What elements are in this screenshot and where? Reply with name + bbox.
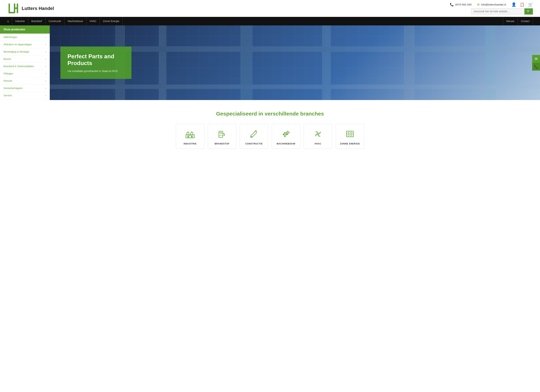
constructie-label: CONSTRUCTIE — [245, 142, 263, 145]
svg-rect-38 — [284, 132, 285, 133]
svg-rect-21 — [191, 133, 193, 135]
chevron-right-icon: › — [45, 58, 46, 60]
email-address: info@luttershandel.nl — [481, 3, 506, 6]
sidebar-item-service[interactable]: Service › — [0, 92, 50, 99]
svg-line-56 — [351, 131, 354, 133]
chevron-right-icon: › — [45, 65, 46, 68]
sidebar-label: Gereedschappen — [4, 87, 23, 90]
svg-rect-0 — [9, 4, 10, 13]
industry-icon — [185, 129, 195, 140]
sidebar-label: Bevestiging & Montage — [4, 50, 29, 53]
machinebouw-label: MACHINEBOUW — [277, 142, 295, 145]
solar-icon — [345, 129, 355, 140]
specialties-title: Gespecialiseerd in verschillende branche… — [7, 111, 533, 117]
svg-rect-25 — [192, 136, 193, 137]
nav-item-machinebouw[interactable]: Machinebouw — [65, 17, 86, 25]
sidebar-title: Onze producten — [0, 25, 50, 34]
specialty-card-industrie[interactable]: INDUSTRIE — [176, 124, 204, 149]
nav-item-brandstof[interactable]: Brandstof — [28, 17, 45, 25]
svg-point-43 — [287, 132, 288, 133]
svg-point-48 — [317, 133, 319, 135]
float-email-icon[interactable]: ✉ — [532, 55, 540, 63]
gears-icon — [281, 129, 291, 140]
phone-contact[interactable]: 📞 0575-562 545 — [450, 3, 472, 7]
chevron-right-icon: › — [45, 87, 46, 90]
sidebar-label: Service — [4, 94, 12, 97]
account-icon[interactable]: 👤 — [511, 2, 516, 7]
wrench-icon — [249, 129, 259, 140]
sidebar-item-brandstof[interactable]: Brandstof & Tankinstallaties › — [0, 63, 50, 70]
svg-line-54 — [346, 131, 349, 133]
specialty-card-zonne[interactable]: ZONNE ENERGIE — [336, 124, 364, 149]
specialty-card-constructie[interactable]: CONSTRUCTIE — [240, 124, 268, 149]
specialty-card-machinebouw[interactable]: MACHINEBOUW — [272, 124, 300, 149]
chevron-right-icon: › — [45, 43, 46, 46]
nav-item-zonne[interactable]: Zonne Energie — [100, 17, 123, 25]
specialty-card-brandstof[interactable]: BRANDSTOF — [208, 124, 236, 149]
float-phone-icon[interactable]: 📞 — [532, 63, 540, 70]
svg-rect-39 — [284, 136, 285, 137]
svg-point-32 — [224, 135, 225, 136]
search-input[interactable] — [471, 8, 524, 14]
nav-home-icon[interactable]: ⌂ — [7, 19, 9, 23]
nav-item-contact[interactable]: Contact — [518, 17, 533, 25]
chevron-right-icon: › — [45, 94, 46, 97]
svg-rect-1 — [9, 12, 14, 13]
nav-item-industrie[interactable]: Industrie — [12, 17, 28, 25]
header: Lutters Handel 📞 0575-562 545 ✉ info@lut… — [0, 0, 540, 17]
brandstof-label: BRANDSTOF — [215, 142, 230, 145]
sidebar-item-bevestiging[interactable]: Bevestiging & Montage › — [0, 48, 50, 55]
svg-rect-20 — [187, 133, 189, 135]
nav-item-nieuws[interactable]: Nieuws — [503, 17, 518, 25]
logo-text: Lutters Handel — [22, 6, 54, 11]
sidebar-label: Flenzen — [4, 80, 12, 82]
svg-rect-47 — [289, 132, 290, 133]
sidebar-item-flenzen[interactable]: Flenzen › — [0, 77, 50, 85]
contact-row: 📞 0575-562 545 ✉ info@luttershandel.nl 👤… — [450, 2, 533, 7]
svg-rect-23 — [189, 136, 191, 138]
nav-item-hvac[interactable]: HVAC — [86, 17, 100, 25]
svg-point-36 — [284, 133, 286, 136]
nav-items: Industrie Brandstof Constructie Machineb… — [12, 17, 503, 25]
sidebar-label: Fittingen — [4, 72, 13, 75]
main-section: Onze producten Afdichtingen › Afsluiters… — [0, 25, 540, 100]
svg-point-42 — [287, 131, 289, 134]
chevron-right-icon: › — [45, 50, 46, 53]
nav-right: Nieuws Contact — [503, 17, 533, 25]
logo-icon — [7, 2, 20, 15]
fuel-icon — [217, 129, 227, 140]
sidebar-item-afdichtingen[interactable]: Afdichtingen › — [0, 34, 50, 41]
clipboard-icon[interactable]: 📋 — [520, 2, 525, 7]
logo-area[interactable]: Lutters Handel — [7, 2, 54, 15]
phone-number: 0575-562 545 — [455, 3, 472, 6]
svg-rect-29 — [220, 132, 222, 134]
chevron-right-icon: › — [45, 72, 46, 75]
sidebar-item-fittingen[interactable]: Fittingen › — [0, 70, 50, 77]
svg-line-60 — [346, 135, 349, 137]
hero-title: Perfect Parts and Products — [68, 53, 124, 67]
specialties-section: Gespecialiseerd in verschillende branche… — [0, 100, 540, 156]
svg-rect-24 — [187, 136, 188, 137]
hero-area: Perfect Parts and Products Uw installati… — [50, 25, 540, 100]
hero-content-box: Perfect Parts and Products Uw installati… — [60, 46, 131, 79]
email-icon: ✉ — [477, 3, 480, 7]
sidebar-item-gereedschappen[interactable]: Gereedschappen › — [0, 85, 50, 92]
cart-icon[interactable]: 🛒 — [528, 2, 533, 7]
svg-rect-46 — [286, 132, 287, 133]
svg-point-34 — [251, 136, 252, 137]
search-button[interactable]: 🔍 — [524, 8, 533, 15]
phone-icon: 📞 — [450, 3, 454, 7]
nav-item-constructie[interactable]: Constructie — [45, 17, 65, 25]
fan-icon — [313, 129, 323, 140]
specialties-grid: INDUSTRIE BRANDSTOF — [7, 124, 533, 149]
sidebar-label: Buizen — [4, 58, 11, 60]
hero-subtitle: Uw installatie-groothandel in Staal en R… — [68, 70, 124, 72]
header-icons: 👤 📋 🛒 — [511, 2, 533, 7]
svg-rect-45 — [287, 134, 288, 135]
sidebar-item-afsluiters[interactable]: Afsluiters en Appendages › — [0, 41, 50, 48]
svg-rect-12 — [50, 85, 540, 89]
svg-rect-44 — [287, 131, 288, 131]
specialty-card-hvac[interactable]: HVAC — [304, 124, 332, 149]
sidebar-item-buizen[interactable]: Buizen › — [0, 55, 50, 63]
email-contact[interactable]: ✉ info@luttershandel.nl — [477, 3, 506, 7]
